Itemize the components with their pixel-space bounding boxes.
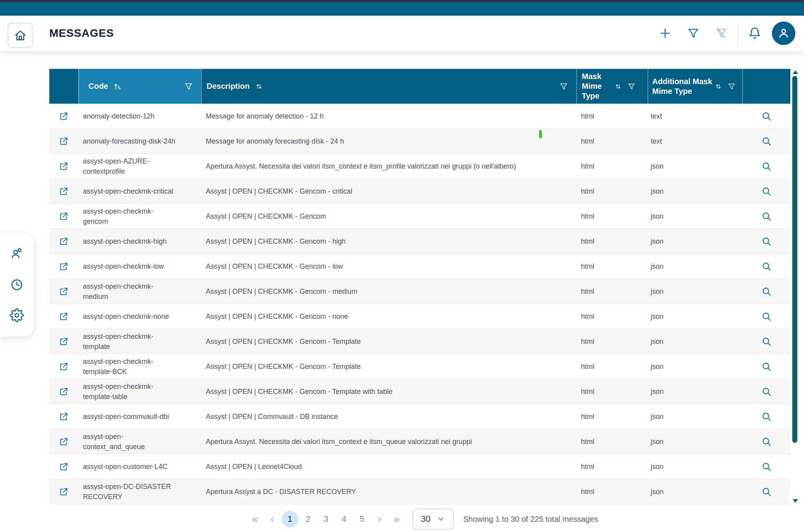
preview-message-button[interactable] [742,454,790,479]
table-row: assyst-open-commvault-dbi Assyst | OPEN … [49,404,790,429]
page-button-2[interactable]: 2 [300,511,316,527]
table-row: assyst-open-customer-L4C Assyst | OPEN |… [49,454,790,479]
mask-filter-icon[interactable] [627,82,636,91]
account-button[interactable] [772,22,795,45]
first-page-button[interactable]: « [246,510,264,528]
message-description: Assyst | OPEN | CHECKMK - Gencom - low [201,254,576,279]
sidebar-item-users[interactable] [7,244,26,263]
message-description: Assyst | OPEN | CHECKMK - Gencom - none [201,304,576,329]
user-icon [777,26,791,40]
message-code: assyst-open-commvault-dbi [78,404,201,429]
external-link-icon [59,462,69,472]
preview-message-button[interactable] [742,129,790,153]
table-row: assyst-open-DC-DISASTER RECOVERY Apertur… [49,479,790,504]
column-header-mask-mime-type[interactable]: Mask Mime Type [576,69,648,104]
additional-mask-mime-type-value: json [648,229,742,253]
page-size-select[interactable]: 30 [412,509,454,530]
sidebar-item-history[interactable] [7,275,26,294]
open-message-button[interactable] [49,179,78,203]
open-message-button[interactable] [49,429,78,454]
sort-ascending-icon[interactable] [113,82,122,91]
page-button-5[interactable]: 5 [354,511,370,527]
preview-message-button[interactable] [742,304,790,329]
preview-message-button[interactable] [742,329,790,354]
additional-mask-mime-type-value: json [648,404,742,429]
additional-mask-mime-type-value: json [648,454,742,479]
message-description: Assyst | OPEN | CHECKMK - Gencom - mediu… [201,279,576,304]
preview-message-button[interactable] [742,104,790,128]
additional-mask-mime-type-value: json [648,179,742,203]
mask-mime-type-value: html [576,454,648,479]
column-header-additional-mask-mime-type[interactable]: Additional Mask Mime Type [648,69,742,104]
page-header: MESSAGES [0,16,804,51]
open-message-button[interactable] [49,129,78,153]
table-row: assyst-open-checkmk-high Assyst | OPEN |… [49,229,790,254]
open-message-button[interactable] [49,254,78,279]
page-button-4[interactable]: 4 [336,511,352,527]
sort-icon[interactable] [714,82,723,91]
search-icon [761,286,772,297]
preview-message-button[interactable] [742,429,790,454]
clear-filter-button[interactable] [707,21,736,45]
open-message-button[interactable] [49,404,78,429]
open-message-button[interactable] [49,479,78,504]
description-header-label: Description [207,81,250,91]
sidebar-item-settings[interactable] [7,306,26,325]
scrollbar-thumb[interactable] [792,76,797,443]
table-row: assyst-open-context_and_queue Apertura A… [49,429,790,454]
open-message-button[interactable] [49,154,78,178]
page-button-3[interactable]: 3 [318,511,334,527]
open-message-button[interactable] [49,304,78,329]
table-header-row: Code Description [49,69,790,104]
plus-icon [658,27,672,40]
next-page-button[interactable]: › [371,510,388,528]
home-button[interactable] [8,23,32,48]
message-description: Apertura Assyst a DC - DISASTER RECOVERY [201,479,576,504]
messages-page: MESSAGES [0,0,804,532]
code-filter-icon[interactable] [184,82,193,91]
preview-message-button[interactable] [742,479,790,504]
previous-page-button[interactable]: ‹ [264,510,281,528]
description-filter-icon[interactable] [559,82,568,91]
open-message-button[interactable] [49,354,78,379]
preview-message-button[interactable] [742,204,790,228]
preview-message-button[interactable] [742,254,790,279]
additional-mask-mime-type-value: json [648,254,742,279]
column-header-description[interactable]: Description [201,69,576,104]
page-button-1[interactable]: 1 [282,511,298,527]
open-message-button[interactable] [49,104,78,128]
column-header-code[interactable]: Code [78,69,201,104]
preview-message-button[interactable] [742,379,790,404]
preview-message-button[interactable] [742,179,790,203]
open-message-button[interactable] [49,329,78,354]
notifications-button[interactable] [741,21,769,45]
page-number-list: 12345 [281,511,371,527]
preview-message-button[interactable] [742,404,790,429]
open-message-button[interactable] [49,454,78,479]
preview-message-button[interactable] [742,279,790,304]
preview-message-button[interactable] [742,354,790,379]
external-link-icon [59,261,69,271]
clock-icon [10,278,24,292]
preview-message-button[interactable] [742,154,790,178]
last-page-button[interactable]: » [388,510,405,528]
preview-message-button[interactable] [742,229,790,253]
add-message-button[interactable] [651,21,679,45]
scroll-up-arrow[interactable] [793,70,798,74]
additional-filter-icon[interactable] [727,82,736,91]
open-message-button[interactable] [49,379,78,404]
table-row: assyst-open-checkmk-none Assyst | OPEN |… [49,304,790,329]
mask-mime-type-value: html [576,279,648,304]
open-message-button[interactable] [49,204,78,228]
external-link-icon [59,236,69,246]
message-code: assyst-open-checkmk-gencom [78,204,201,228]
scroll-down-arrow[interactable] [793,499,798,503]
filter-button[interactable] [679,21,707,45]
open-message-button[interactable] [49,279,78,304]
sort-icon[interactable] [254,82,264,91]
sort-icon[interactable] [614,82,622,91]
external-link-icon [59,361,69,372]
open-message-button[interactable] [49,229,78,253]
mask-header-label: Mask Mime Type [582,72,614,101]
table-row: assyst-open-checkmk-template-BCK Assyst … [49,354,790,379]
